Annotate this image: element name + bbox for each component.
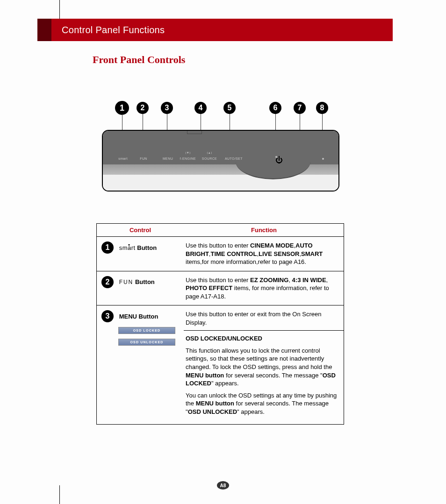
row-number-3: 3 xyxy=(101,310,114,322)
label-source: SOURCE xyxy=(202,157,217,160)
r2-s2: , xyxy=(326,277,328,284)
smart-suffix: Button xyxy=(136,244,157,251)
front-panel-diagram: 1 2 3 4 5 6 7 8 smart FUN xyxy=(101,93,338,192)
header-title: Control Panel Functions xyxy=(62,25,165,35)
power-icon: ⏻ xyxy=(275,156,277,158)
r3-p3b: MENU button xyxy=(196,400,234,407)
r1-b3: TIME CONTROL xyxy=(210,250,257,257)
label-autoset: AUTO/SET xyxy=(225,157,243,160)
callout-2: 2 xyxy=(137,102,149,114)
r1-b4: LIVE SENSOR xyxy=(259,250,299,257)
row-number-2: 2 xyxy=(101,276,114,288)
fun-button-label: FUN Button xyxy=(119,278,155,285)
label-sub4: (▼) xyxy=(185,151,190,154)
smart-pre: sm xyxy=(119,244,128,251)
r2-b1: EZ ZOOMING xyxy=(250,277,288,284)
fun-suffix: Button xyxy=(133,278,154,285)
menu-button-label: MENU Button xyxy=(119,313,158,320)
cell-function-3: Use this button to enter or exit from th… xyxy=(184,305,344,424)
r3-line1: Use this button to enter or exit from th… xyxy=(186,310,338,327)
device-notch xyxy=(187,131,202,134)
r1-b5: SMART xyxy=(301,250,323,257)
r2-b3: PHOTO EFFECT xyxy=(186,284,232,291)
osd-unlocked-badge: OSD UNLOCKED xyxy=(118,339,175,346)
cell-control-2: 2 FUN Button xyxy=(97,271,184,305)
cell-control-1: 1 sma▾rt Button xyxy=(97,237,184,271)
controls-table: Control Function 1 sma▾rt Button Use thi… xyxy=(96,223,344,425)
r3-p2b: MENU button xyxy=(186,372,224,379)
r3-p3e: " appears. xyxy=(237,408,265,415)
callout-5: 5 xyxy=(223,102,236,114)
cell-function-1: Use this button to enter CINEMA MODE,AUT… xyxy=(184,237,344,271)
inner-divider xyxy=(184,330,344,331)
label-sub5: (▲) xyxy=(207,151,212,154)
callout-1: 1 xyxy=(115,101,129,115)
device-bottom xyxy=(103,175,338,191)
label-smart: smart xyxy=(118,157,128,160)
r3-heading: OSD LOCKED/UNLOCKED xyxy=(186,334,338,343)
label-fengine: f-ENGINE xyxy=(180,157,196,160)
r3-p2e: " appears. xyxy=(211,380,239,387)
row-number-1: 1 xyxy=(101,241,114,254)
r1-post: items,for more information,refer to page… xyxy=(186,258,306,265)
table-row: 3 MENU Button OSD LOCKED OSD UNLOCKED Us… xyxy=(97,305,344,424)
th-function: Function xyxy=(184,224,344,236)
table-header: Control Function xyxy=(97,224,344,237)
smart-a: a▾ xyxy=(128,244,131,251)
callout-8: 8 xyxy=(316,102,328,114)
osd-locked-badge: OSD LOCKED xyxy=(118,327,175,334)
r3-p2a: This function allows you to lock the cur… xyxy=(186,347,332,370)
r3-p3d: OSD UNLOCKED xyxy=(188,408,237,415)
callout-4: 4 xyxy=(194,102,207,114)
header-accent xyxy=(37,19,51,41)
r1-b1: CINEMA MODE xyxy=(250,242,294,249)
label-fun: FUN xyxy=(140,157,147,160)
callout-7: 7 xyxy=(294,102,306,114)
r2-b2: 4:3 IN WIDE xyxy=(292,277,326,284)
led-indicator xyxy=(322,158,324,160)
r3-p3: You can unlock the OSD settings at any t… xyxy=(186,391,338,416)
section-title: Front Panel Controls xyxy=(93,54,185,66)
fun-text: FUN xyxy=(119,279,134,285)
smart-post: rt xyxy=(131,244,136,251)
page: Control Panel Functions Front Panel Cont… xyxy=(0,0,446,504)
callout-3: 3 xyxy=(161,102,173,114)
r3-p2: This function allows you to lock the cur… xyxy=(186,347,338,388)
crop-mark-top xyxy=(59,0,60,19)
r3-p2c: for several seconds. The message " xyxy=(224,372,322,379)
cell-control-3: 3 MENU Button OSD LOCKED OSD UNLOCKED xyxy=(97,305,184,424)
smart-button-label: sma▾rt Button xyxy=(119,244,157,251)
table-row: 2 FUN Button Use this button to enter EZ… xyxy=(97,271,344,306)
cell-function-2: Use this button to enter EZ ZOOMING, 4:3… xyxy=(184,271,344,305)
label-menu: MENU xyxy=(163,157,173,160)
callout-row: 1 2 3 4 5 6 7 8 xyxy=(101,93,338,121)
page-number: A8 xyxy=(217,481,229,490)
r2-s1: , xyxy=(288,277,292,284)
r2-pre: Use this button to enter xyxy=(186,277,250,284)
crop-mark-bottom xyxy=(59,485,60,504)
table-row: 1 sma▾rt Button Use this button to enter… xyxy=(97,237,344,271)
r1-pre: Use this button to enter xyxy=(186,242,250,249)
th-control: Control xyxy=(97,224,184,236)
header-bar: Control Panel Functions xyxy=(37,19,393,41)
device-outline: smart FUN MENU (▼) f-ENGINE (▲) SOURCE A… xyxy=(102,130,339,192)
callout-6: 6 xyxy=(269,102,281,114)
